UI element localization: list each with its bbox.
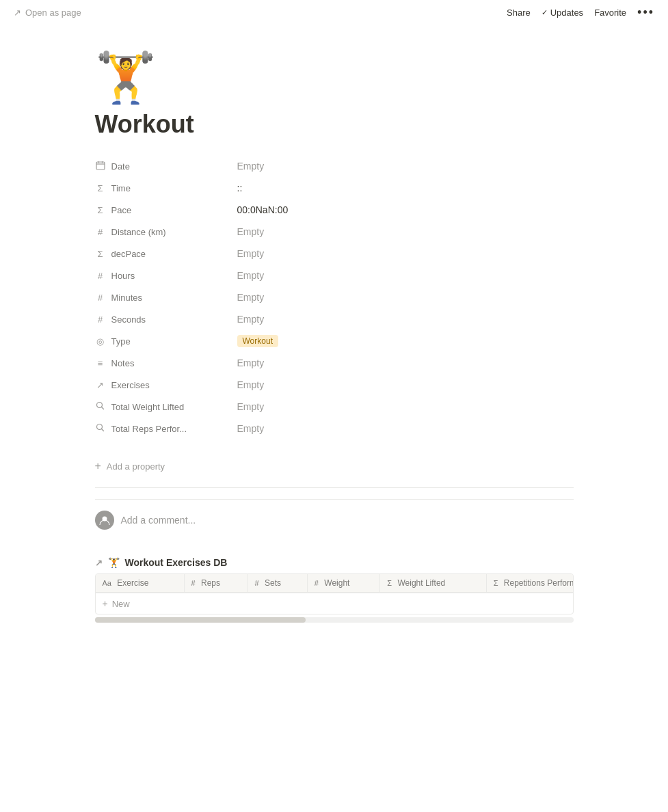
topbar: ↗ Open as page Share ✓ Updates Favorite … — [0, 0, 668, 25]
type-tag-badge[interactable]: Workout — [237, 335, 278, 347]
page-content: 🏋️ Workout Date Empty Σ Time :: Σ — [40, 25, 628, 664]
new-row-plus-icon: + — [103, 598, 108, 609]
share-button[interactable]: Share — [507, 8, 531, 18]
property-row-hours[interactable]: # Hours Empty — [95, 265, 574, 286]
avatar — [95, 511, 114, 530]
property-row-pace[interactable]: Σ Pace 00:0NaN:00 — [95, 199, 574, 221]
property-name-seconds: Seconds — [111, 314, 146, 325]
database-section: ↗ 🏋️ Workout Exercises DB Aa Exercise # … — [95, 557, 574, 623]
property-name-decpace: decPace — [111, 249, 146, 259]
property-value-distance[interactable]: Empty — [232, 226, 574, 237]
property-label-total-weight: Total Weight Lifted — [95, 401, 232, 412]
property-row-seconds[interactable]: # Seconds Empty — [95, 308, 574, 330]
divider — [95, 487, 574, 488]
more-options-button[interactable]: ••• — [637, 5, 654, 20]
updates-label: Updates — [550, 8, 583, 18]
property-value-notes[interactable]: Empty — [232, 357, 574, 368]
property-row-decpace[interactable]: Σ decPace Empty — [95, 243, 574, 265]
col-header-weight-lifted[interactable]: Σ Weight Lifted — [380, 574, 486, 593]
col-header-sets[interactable]: # Sets — [248, 574, 307, 593]
property-row-notes[interactable]: ≡ Notes Empty — [95, 352, 574, 374]
col-label-repetitions-performed: Repetitions Performed — [504, 578, 574, 588]
col-icon-exercise: Aa — [103, 579, 111, 587]
property-value-date[interactable]: Empty — [232, 161, 574, 172]
property-value-time[interactable]: :: — [232, 182, 574, 193]
add-property-label: Add a property — [107, 461, 165, 472]
scrollbar-thumb[interactable] — [95, 617, 306, 623]
col-label-reps: Reps — [201, 578, 220, 588]
add-property-button[interactable]: + Add a property — [95, 456, 574, 476]
col-label-exercise: Exercise — [117, 578, 148, 588]
property-row-time[interactable]: Σ Time :: — [95, 177, 574, 199]
svg-line-7 — [102, 429, 104, 431]
calendar-icon — [95, 161, 106, 172]
property-value-pace[interactable]: 00:0NaN:00 — [232, 204, 574, 215]
property-row-date[interactable]: Date Empty — [95, 155, 574, 177]
property-label-distance: # Distance (km) — [95, 227, 232, 237]
database-title[interactable]: Workout Exercises DB — [125, 557, 228, 568]
property-label-total-reps: Total Reps Perfor... — [95, 423, 232, 434]
col-icon-reps: # — [191, 579, 196, 587]
page-icon[interactable]: 🏋️ — [95, 53, 574, 102]
property-value-exercises[interactable]: Empty — [232, 379, 574, 390]
col-icon-weight-lifted: Σ — [387, 579, 392, 587]
hash-icon-hours: # — [95, 271, 106, 281]
database-header: ↗ 🏋️ Workout Exercises DB — [95, 557, 574, 568]
db-arrow-icon[interactable]: ↗ — [95, 558, 103, 568]
search-icon-total-reps — [95, 423, 106, 434]
updates-button[interactable]: ✓ Updates — [542, 8, 583, 18]
property-value-hours[interactable]: Empty — [232, 270, 574, 281]
property-row-distance[interactable]: # Distance (km) Empty — [95, 221, 574, 243]
comment-input[interactable]: Add a comment... — [121, 515, 196, 526]
hash-icon-seconds: # — [95, 314, 106, 325]
horizontal-scrollbar[interactable] — [95, 617, 574, 623]
property-name-pace: Pace — [111, 205, 132, 215]
col-header-exercise[interactable]: Aa Exercise — [96, 574, 185, 593]
property-row-exercises[interactable]: ↗ Exercises Empty — [95, 374, 574, 396]
col-header-weight[interactable]: # Weight — [307, 574, 379, 593]
sigma-icon-decpace: Σ — [95, 249, 106, 259]
property-value-total-reps[interactable]: Empty — [232, 423, 574, 434]
property-value-decpace[interactable]: Empty — [232, 248, 574, 259]
sigma-icon-pace: Σ — [95, 205, 106, 215]
properties-section: Date Empty Σ Time :: Σ Pace 00:0NaN:00 #… — [95, 155, 574, 439]
col-label-sets: Sets — [265, 578, 281, 588]
hash-icon-minutes: # — [95, 293, 106, 303]
property-label-decpace: Σ decPace — [95, 249, 232, 259]
property-row-total-reps[interactable]: Total Reps Perfor... Empty — [95, 418, 574, 439]
topbar-actions: Share ✓ Updates Favorite ••• — [507, 5, 654, 20]
property-label-time: Σ Time — [95, 183, 232, 193]
property-value-total-weight[interactable]: Empty — [232, 401, 574, 412]
property-value-seconds[interactable]: Empty — [232, 314, 574, 325]
property-label-notes: ≡ Notes — [95, 358, 232, 368]
lines-icon-notes: ≡ — [95, 358, 106, 368]
col-header-reps[interactable]: # Reps — [184, 574, 248, 593]
property-label-type: ◎ Type — [95, 336, 232, 347]
svg-line-5 — [102, 407, 104, 409]
col-icon-weight: # — [315, 579, 319, 587]
property-name-notes: Notes — [111, 358, 135, 368]
add-property-plus-icon: + — [95, 460, 101, 472]
property-name-exercises: Exercises — [111, 380, 150, 390]
arrow-icon-exercises: ↗ — [95, 380, 106, 390]
sigma-icon-time: Σ — [95, 183, 106, 193]
property-name-type: Type — [111, 336, 131, 347]
property-value-type[interactable]: Workout — [232, 335, 574, 347]
property-value-minutes[interactable]: Empty — [232, 292, 574, 303]
col-label-weight: Weight — [324, 578, 349, 588]
favorite-button[interactable]: Favorite — [594, 8, 626, 18]
property-row-total-weight[interactable]: Total Weight Lifted Empty — [95, 396, 574, 418]
open-as-page-button[interactable]: ↗ Open as page — [14, 8, 81, 18]
search-icon-total-weight — [95, 401, 106, 412]
property-row-type[interactable]: ◎ Type Workout — [95, 330, 574, 352]
col-header-repetitions-performed[interactable]: Σ Repetitions Performed — [486, 574, 573, 593]
property-name-total-weight: Total Weight Lifted — [111, 402, 185, 412]
new-row-label: New — [112, 599, 130, 609]
updates-chevron: ✓ — [542, 8, 548, 17]
property-name-total-reps: Total Reps Perfor... — [111, 424, 187, 434]
property-row-minutes[interactable]: # Minutes Empty — [95, 286, 574, 308]
col-icon-sets: # — [255, 579, 259, 587]
new-row-button[interactable]: + New — [96, 593, 573, 614]
open-as-page-label: Open as page — [25, 8, 81, 18]
page-title[interactable]: Workout — [95, 110, 574, 139]
